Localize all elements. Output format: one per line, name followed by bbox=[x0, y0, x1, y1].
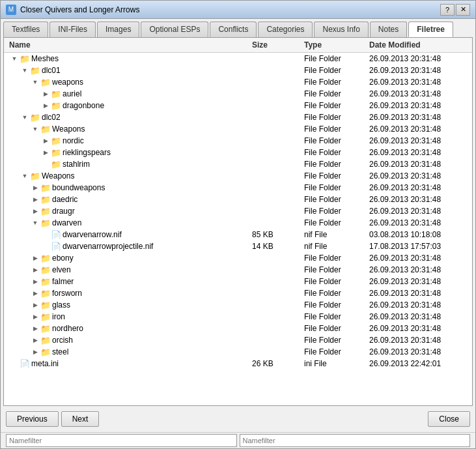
tree-row[interactable]: ▶📁draugrFile Folder26.09.2013 20:31:48 bbox=[4, 205, 472, 217]
tab-conflicts[interactable]: Conflicts bbox=[210, 22, 257, 37]
tree-cell-name: ▶📁glass bbox=[9, 300, 252, 310]
tab-optional-esps[interactable]: Optional ESPs bbox=[141, 22, 208, 37]
tree-row[interactable]: ▼📁weaponsFile Folder26.09.2013 20:31:48 bbox=[4, 76, 472, 88]
tree-cell-name: ▶📁forsworn bbox=[9, 289, 252, 298]
item-name: forsworn bbox=[52, 289, 82, 298]
tab-ini-files[interactable]: INI-Files bbox=[49, 22, 96, 37]
tree-cell-name: ▼📁Meshes bbox=[9, 54, 252, 63]
tree-cell-type: File Folder bbox=[304, 207, 369, 216]
tree-row[interactable]: 📄meta.ini26 KBini File26.09.2013 22:42:0… bbox=[4, 358, 472, 369]
expand-button-closed[interactable]: ▶ bbox=[42, 137, 49, 145]
tree-row[interactable]: ▶📁boundweaponsFile Folder26.09.2013 20:3… bbox=[4, 182, 472, 194]
expand-button-closed[interactable]: ▶ bbox=[31, 278, 39, 285]
tree-row[interactable]: ▶📁steelFile Folder26.09.2013 20:31:48 bbox=[4, 346, 472, 358]
tree-row[interactable]: ▶📁ebonyFile Folder26.09.2013 20:31:48 bbox=[4, 252, 472, 264]
tree-cell-date: 26.09.2013 20:31:48 bbox=[369, 312, 467, 321]
expand-button-closed[interactable]: ▶ bbox=[31, 313, 39, 321]
tab-textfiles[interactable]: Textfiles bbox=[3, 22, 48, 37]
tree-row[interactable]: ▶📁aurielFile Folder26.09.2013 20:31:48 bbox=[4, 88, 472, 100]
item-name: dwarvenarrowprojectile.nif bbox=[63, 242, 153, 251]
expand-button-open[interactable]: ▼ bbox=[31, 125, 39, 133]
expand-button-closed[interactable]: ▶ bbox=[42, 90, 49, 98]
tree-cell-name: ▶📁nordic bbox=[9, 136, 252, 145]
expand-button-closed[interactable]: ▶ bbox=[31, 301, 39, 309]
tree-cell-type: File Folder bbox=[304, 148, 369, 157]
namefilter-input-2[interactable] bbox=[240, 434, 471, 447]
tree-cell-date: 26.09.2013 20:31:48 bbox=[369, 171, 467, 181]
tree-row[interactable]: ▼📁WeaponsFile Folder26.09.2013 20:31:48 bbox=[4, 170, 472, 182]
expand-button-closed[interactable]: ▶ bbox=[31, 289, 39, 297]
tree-cell-date: 26.09.2013 20:31:48 bbox=[369, 66, 467, 75]
tree-row[interactable]: ▶📁ironFile Folder26.09.2013 20:31:48 bbox=[4, 311, 472, 323]
bottom-left: Previous Next bbox=[6, 411, 99, 427]
expand-button-open[interactable]: ▼ bbox=[31, 219, 39, 227]
expand-button-closed[interactable]: ▶ bbox=[42, 149, 49, 156]
tree-row[interactable]: ▼📁dlc01File Folder26.09.2013 20:31:48 bbox=[4, 65, 472, 76]
tab-notes[interactable]: Notes bbox=[370, 22, 407, 37]
expand-button-closed[interactable]: ▶ bbox=[31, 266, 39, 274]
tree-cell-name: 📄dwarvenarrow.nif bbox=[9, 230, 252, 239]
next-button[interactable]: Next bbox=[61, 411, 100, 427]
tree-row[interactable]: ▶📁dragonboneFile Folder26.09.2013 20:31:… bbox=[4, 100, 472, 111]
tree-row[interactable]: ▶📁nordheroFile Folder26.09.2013 20:31:48 bbox=[4, 323, 472, 334]
expand-button-closed[interactable]: ▶ bbox=[31, 207, 39, 215]
expand-button-open[interactable]: ▼ bbox=[21, 66, 29, 74]
expand-button-closed[interactable]: ▶ bbox=[31, 196, 39, 203]
item-name: Weapons bbox=[42, 171, 74, 181]
tab-categories[interactable]: Categories bbox=[258, 22, 313, 37]
tree-row[interactable]: 📁stahlrimFile Folder26.09.2013 20:31:48 bbox=[4, 158, 472, 170]
tree-row[interactable]: ▶📁falmerFile Folder26.09.2013 20:31:48 bbox=[4, 276, 472, 287]
tree-row[interactable]: ▶📁daedricFile Folder26.09.2013 20:31:48 bbox=[4, 194, 472, 205]
file-tree-body[interactable]: ▼📁MeshesFile Folder26.09.2013 20:31:48▼📁… bbox=[4, 53, 472, 405]
tree-row[interactable]: ▼📁WeaponsFile Folder26.09.2013 20:31:48 bbox=[4, 123, 472, 135]
item-name: nordhero bbox=[52, 324, 83, 333]
expand-button-closed[interactable]: ▶ bbox=[31, 254, 39, 262]
tree-cell-date: 26.09.2013 20:31:48 bbox=[369, 78, 467, 87]
tree-cell-date: 26.09.2013 20:31:48 bbox=[369, 160, 467, 169]
expand-button-open[interactable]: ▼ bbox=[21, 172, 29, 180]
tree-row[interactable]: 📄dwarvenarrow.nif85 KBnif File03.08.2013… bbox=[4, 229, 472, 240]
tree-row[interactable]: ▶📁orcishFile Folder26.09.2013 20:31:48 bbox=[4, 334, 472, 346]
previous-button[interactable]: Previous bbox=[6, 411, 59, 427]
help-button[interactable]: ? bbox=[440, 4, 455, 16]
titlebar-controls: ? ✕ bbox=[440, 4, 470, 16]
tree-row[interactable]: ▶📁nordicFile Folder26.09.2013 20:31:48 bbox=[4, 135, 472, 147]
tree-row[interactable]: ▶📁rieklingspearsFile Folder26.09.2013 20… bbox=[4, 147, 472, 158]
tree-cell-type: File Folder bbox=[304, 66, 369, 75]
close-button[interactable]: ✕ bbox=[456, 4, 470, 16]
tree-cell-date: 26.09.2013 20:31:48 bbox=[369, 218, 467, 227]
folder-icon: 📁 bbox=[40, 277, 51, 286]
expand-button-closed[interactable]: ▶ bbox=[31, 336, 39, 344]
tree-cell-type: ini File bbox=[304, 359, 369, 368]
expand-button-open[interactable]: ▼ bbox=[21, 113, 29, 121]
namefilter-input-1[interactable] bbox=[6, 434, 237, 447]
folder-icon: 📁 bbox=[40, 324, 51, 333]
close-button-bottom[interactable]: Close bbox=[428, 411, 470, 427]
expand-button-closed[interactable]: ▶ bbox=[42, 102, 49, 109]
folder-icon: 📁 bbox=[51, 136, 61, 145]
expand-button-closed[interactable]: ▶ bbox=[31, 184, 39, 192]
tree-cell-date: 03.08.2013 10:18:08 bbox=[369, 230, 467, 239]
expand-button-open[interactable]: ▼ bbox=[10, 55, 18, 63]
tree-row[interactable]: ▼📁dlc02File Folder26.09.2013 20:31:48 bbox=[4, 111, 472, 123]
expand-button-closed[interactable]: ▶ bbox=[31, 348, 39, 356]
tree-row[interactable]: ▼📁dwarvenFile Folder26.09.2013 20:31:48 bbox=[4, 217, 472, 229]
item-name: nordic bbox=[63, 136, 84, 145]
tree-row[interactable]: ▼📁MeshesFile Folder26.09.2013 20:31:48 bbox=[4, 53, 472, 65]
tree-cell-type: File Folder bbox=[304, 218, 369, 227]
tree-cell-size: 26 KB bbox=[252, 359, 304, 368]
expand-button-closed[interactable]: ▶ bbox=[31, 325, 39, 332]
tree-cell-name: 📄meta.ini bbox=[9, 359, 252, 368]
tree-row[interactable]: ▶📁glassFile Folder26.09.2013 20:31:48 bbox=[4, 299, 472, 311]
folder-icon: 📁 bbox=[40, 195, 51, 204]
folder-icon: 📁 bbox=[40, 78, 51, 87]
expand-button-open[interactable]: ▼ bbox=[31, 78, 39, 86]
tab-filetree[interactable]: Filetree bbox=[408, 22, 453, 37]
tree-row[interactable]: ▶📁forswornFile Folder26.09.2013 20:31:48 bbox=[4, 287, 472, 299]
tab-images[interactable]: Images bbox=[97, 22, 139, 37]
tab-nexus-info[interactable]: Nexus Info bbox=[314, 22, 368, 37]
tree-cell-type: File Folder bbox=[304, 113, 369, 122]
tree-row[interactable]: 📄dwarvenarrowprojectile.nif14 KBnif File… bbox=[4, 240, 472, 252]
folder-icon: 📁 bbox=[40, 336, 51, 345]
tree-row[interactable]: ▶📁elvenFile Folder26.09.2013 20:31:48 bbox=[4, 264, 472, 276]
